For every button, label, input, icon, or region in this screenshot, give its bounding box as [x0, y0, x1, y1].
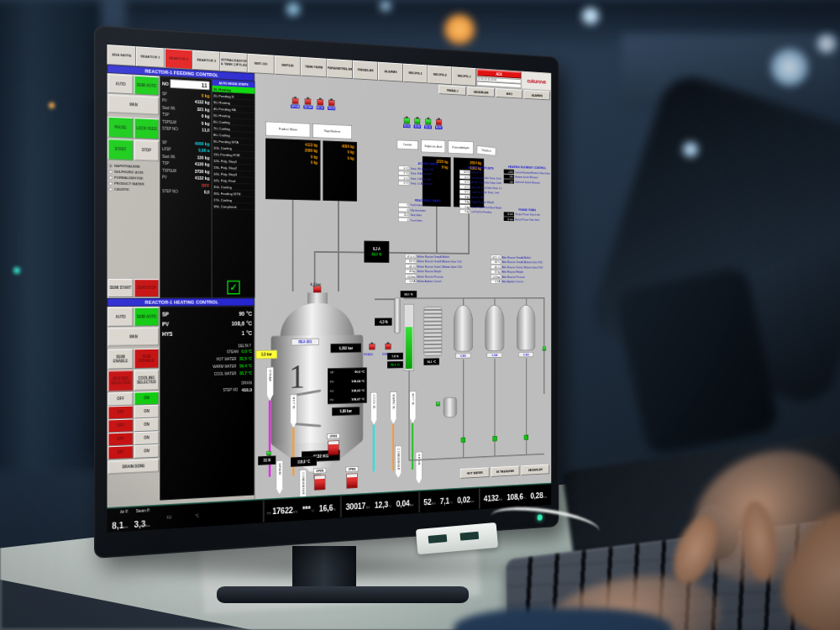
- line-on-button[interactable]: ON: [134, 417, 160, 432]
- monitor: ANA SAYFAREAKTOR 1REAKTOR 2REAKTOR 3NOTR…: [94, 25, 559, 559]
- quick-button[interactable]: DEĞERLER: [468, 87, 495, 97]
- valve-icon[interactable]: [292, 97, 298, 103]
- heat-auto-button[interactable]: AUTO: [108, 307, 133, 327]
- feed-pause-button[interactable]: PAUSE: [108, 117, 133, 139]
- diagram-button[interactable]: HOT WATER: [460, 467, 490, 479]
- nav-tab[interactable]: NMT240: [275, 55, 302, 76]
- drain-valve[interactable]: [347, 473, 358, 488]
- feed-semi-auto-button[interactable]: SEMI AUTO: [134, 76, 160, 96]
- valve-icon[interactable]: [425, 118, 431, 124]
- nav-tab[interactable]: PARAMETRELER: [327, 59, 353, 79]
- open-valve-label[interactable]: OPEN: [345, 466, 358, 472]
- status-value: 52KG: [423, 496, 435, 507]
- feed-material-radio[interactable]: SULPHURIC ACID: [108, 170, 158, 176]
- bokeh-light: [769, 47, 810, 87]
- diagram-button[interactable]: DEĞERLER: [521, 465, 549, 475]
- feed-material-radio[interactable]: NAPHTHALENE: [108, 164, 158, 170]
- nav-tab[interactable]: REAKTOR 2: [165, 48, 192, 70]
- pipe: [526, 297, 527, 305]
- diagram-button[interactable]: IN TRANSFER: [491, 465, 519, 476]
- pump-icon[interactable]: [492, 436, 496, 441]
- table-row: 45 °CAfter Reactor TempC (Bottom Valve T…: [491, 265, 550, 269]
- monitor-stand-base: [217, 586, 469, 603]
- heating-selected-button[interactable]: HEATING SELECTED: [108, 370, 133, 392]
- delta-row: COOL WATER33,7 °C: [162, 370, 252, 380]
- valve-icon[interactable]: [415, 118, 421, 124]
- valve-icon[interactable]: [369, 344, 375, 349]
- valve-icon[interactable]: [328, 100, 334, 106]
- valve-icon[interactable]: [436, 402, 440, 406]
- drain-done-button[interactable]: DRAIN DONE: [108, 459, 159, 475]
- status-value: 108,6°C: [506, 491, 526, 501]
- feed-material-radio[interactable]: FORMALDEHYDE: [108, 176, 158, 181]
- scada-ui: ANA SAYFAREAKTOR 1REAKTOR 2REAKTOR 3NOTR…: [107, 45, 551, 533]
- semi-enable-button[interactable]: SEMI ENABLE: [108, 349, 133, 369]
- nav-tab[interactable]: REAKTOR 1: [136, 46, 165, 68]
- pipe: [338, 201, 339, 291]
- valve-icon[interactable]: [305, 98, 311, 104]
- drum: [444, 397, 457, 417]
- open-valve-label[interactable]: OPEN: [327, 433, 339, 439]
- heat-man-button[interactable]: MAN: [108, 328, 159, 346]
- quick-button[interactable]: INFO: [496, 88, 522, 99]
- nav-tab[interactable]: REAKTOR 3: [192, 50, 220, 71]
- drain-valve[interactable]: [328, 440, 339, 455]
- drain-valve[interactable]: [314, 475, 325, 491]
- tank-label-naphthalene: Naphthalene: [312, 123, 352, 139]
- feed-material-radio[interactable]: PRODUCT WATER: [108, 181, 158, 186]
- line-off-button[interactable]: OFF: [108, 392, 133, 407]
- pipe: [269, 401, 270, 477]
- nav-tab[interactable]: RECIPE-2: [428, 65, 452, 85]
- feed-start-button[interactable]: START: [108, 139, 133, 160]
- cooling-selected-button[interactable]: COOLING SELECTED: [134, 370, 160, 391]
- line-off-button[interactable]: OFF: [108, 406, 133, 420]
- semi-stop-button[interactable]: SEMI STOP: [134, 279, 160, 297]
- feed-auto-button[interactable]: AUTO: [108, 74, 133, 94]
- valve-icon[interactable]: [436, 119, 442, 125]
- pipe: [494, 297, 495, 305]
- pump-icon[interactable]: [524, 435, 528, 440]
- quick-button[interactable]: ALARMS: [524, 90, 550, 100]
- feed-lock-button[interactable]: LOCK FEED: [134, 118, 160, 139]
- nav-tab[interactable]: RECIPE-3: [452, 66, 476, 86]
- line-on-button[interactable]: ON: [134, 444, 160, 459]
- table-row: 47,0 °CBefore Reactor TempA (Buffer): [405, 254, 486, 259]
- nav-tab[interactable]: NMT-100: [248, 54, 275, 75]
- line-off-button[interactable]: OFF: [108, 445, 133, 459]
- pump-icon[interactable]: [461, 438, 465, 443]
- status-value: 30017KG: [344, 501, 370, 512]
- feed-material-radio[interactable]: CAUSTIC: [108, 186, 158, 192]
- nav-tab[interactable]: TRENDLER: [353, 60, 378, 81]
- valve-icon[interactable]: [266, 451, 270, 455]
- line-on-button[interactable]: ON: [134, 405, 160, 419]
- semi-disable-button[interactable]: SEMI DISABLE: [134, 349, 160, 369]
- reactor-top-valve[interactable]: [313, 286, 321, 293]
- nav-tab[interactable]: ALARMS: [378, 62, 403, 82]
- heat-semi-auto-button[interactable]: SEMI AUTO: [134, 307, 160, 327]
- valve-icon[interactable]: [404, 118, 410, 123]
- nav-tab[interactable]: NOTRALIZASYON & TANK ÇIFTLIĞI: [220, 52, 247, 73]
- feed-stop-button[interactable]: STOP: [134, 139, 160, 161]
- line-off-button[interactable]: OFF: [108, 432, 133, 446]
- usb-port: [459, 532, 479, 541]
- feeder-panel-b: 4000 kg0 kg0 kg: [323, 140, 357, 202]
- line-off-button[interactable]: OFF: [108, 418, 133, 433]
- valve-icon[interactable]: [543, 346, 547, 350]
- line-on-button[interactable]: ON: [134, 431, 160, 445]
- line-on-button[interactable]: ON: [134, 391, 160, 406]
- valve-icon[interactable]: [318, 99, 323, 105]
- table-row: 47,1 °CAfter Reactor TempA (Buffer): [491, 255, 550, 260]
- quick-button[interactable]: TREND-1: [438, 85, 466, 96]
- nav-tab[interactable]: TANK FARM: [301, 57, 327, 78]
- nav-tab[interactable]: ANA SAYFA: [107, 45, 135, 66]
- nav-tab[interactable]: RECIPE-1: [403, 64, 428, 84]
- before-reactor-table: 47,0 °CBefore Reactor TempA (Buffer)50 °…: [405, 254, 486, 284]
- valve-unit: MV40: [435, 119, 442, 129]
- pipe: [404, 297, 544, 299]
- temp-row: PV108,62 °C: [330, 388, 365, 393]
- open-valve-label[interactable]: OPEN: [313, 468, 326, 474]
- feed-man-button[interactable]: MAN: [108, 94, 159, 115]
- semi-start-button[interactable]: SEMI START: [108, 279, 133, 297]
- valve-icon[interactable]: [385, 344, 391, 349]
- scada-screen: ANA SAYFAREAKTOR 1REAKTOR 2REAKTOR 3NOTR…: [107, 45, 551, 533]
